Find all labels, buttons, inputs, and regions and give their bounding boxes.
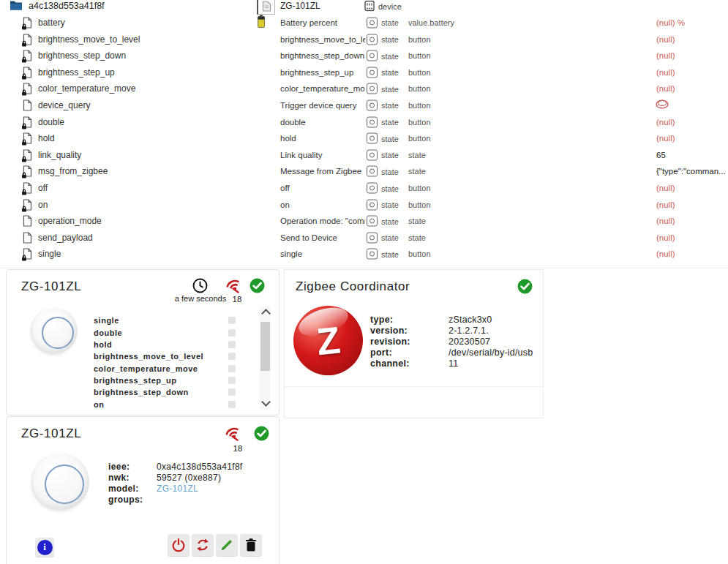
state-type-chip: state [367, 249, 399, 260]
action-row[interactable]: brightness_step_down [94, 386, 236, 398]
scrollbar-thumb[interactable] [260, 322, 270, 371]
power-button[interactable] [168, 534, 189, 556]
state-type-chip: state [367, 17, 399, 28]
action-indicator [228, 329, 236, 336]
lock-icon [21, 23, 27, 30]
state-row[interactable]: Link quality state state 65 [252, 146, 728, 163]
tree-item[interactable]: send_payload [0, 230, 252, 247]
tree-item-label: battery [38, 18, 65, 28]
state-value: (null) [656, 233, 675, 242]
tree-item-label: send_payload [38, 233, 93, 243]
info-label: nwk: [108, 473, 157, 483]
info-row: groups: [108, 494, 243, 505]
tree-item-label: color_temperature_move [38, 83, 135, 94]
state-row[interactable]: single state button (null) [252, 246, 728, 263]
state-row[interactable]: off state button (null) [252, 180, 728, 197]
state-row[interactable]: brightness_step_down state button (null) [252, 48, 728, 64]
reconfigure-button[interactable] [192, 534, 214, 556]
object-tree: a4c138d553a41f8f battery brightness_move… [0, 0, 252, 263]
state-row[interactable]: Operation mode: "comm... state state (nu… [252, 213, 728, 230]
link-quality-value: 18 [226, 295, 248, 304]
state-row[interactable]: double state button (null) [252, 113, 728, 130]
status-ok-icon [249, 278, 265, 296]
lock-icon [21, 40, 27, 47]
state-row[interactable]: hold state button (null) [252, 130, 728, 147]
edit-button[interactable] [216, 534, 238, 556]
tree-item[interactable]: on [0, 196, 252, 213]
state-value: (null) [656, 35, 675, 44]
action-row[interactable]: on [94, 398, 236, 410]
document-icon [23, 248, 32, 260]
device-info-fields: ieee: 0xa4c138d553a41f8f nwk: 59527 (0xe… [108, 462, 243, 505]
state-icon [367, 133, 378, 144]
device-actions-card: ZG-101ZL a few seconds 18 single double [6, 269, 279, 416]
state-role: state [408, 233, 426, 242]
device-type-label: device [378, 1, 402, 10]
tree-item[interactable]: color_temperature_move [0, 80, 252, 97]
info-value: /dev/serial/by-id/usb [449, 347, 533, 358]
tree-item[interactable]: double [0, 113, 252, 130]
state-row[interactable]: brightness_step_up state button (null) [252, 64, 728, 80]
info-button[interactable]: i [35, 538, 54, 557]
action-row[interactable]: hold [94, 339, 236, 350]
action-indicator [228, 353, 236, 360]
tree-item[interactable]: brightness_step_down [0, 48, 252, 64]
state-row[interactable]: Trigger device query state button [252, 97, 728, 114]
info-row: channel: 11 [370, 358, 533, 369]
state-icon [367, 183, 378, 194]
state-icon [367, 116, 378, 127]
state-row[interactable]: Battery percent state value.battery (nul… [252, 15, 728, 31]
tree-item[interactable]: single [0, 246, 252, 263]
state-row[interactable]: brightness_move_to_level state button (n… [252, 31, 728, 48]
table-header-row[interactable]: ZG-101ZL device [252, 0, 728, 15]
tree-item[interactable]: brightness_step_up [0, 64, 252, 80]
info-row: port: /dev/serial/by-id/usb [370, 347, 533, 358]
tree-root-folder[interactable]: a4c138d553a41f8f [0, 0, 252, 15]
button-press-icon[interactable] [655, 98, 669, 112]
state-name: Link quality [280, 151, 365, 159]
state-type-label: state [381, 68, 399, 77]
device-image [33, 454, 89, 510]
tree-item[interactable]: device_query [0, 97, 252, 114]
tree-item[interactable]: battery [0, 15, 252, 31]
state-value: (null) [656, 200, 675, 209]
tree-item-label: brightness_step_down [38, 50, 126, 61]
state-row[interactable]: Send to Device state state (null) [252, 230, 728, 247]
action-list: single double hold brightness_move_to_le… [94, 315, 236, 410]
delete-button[interactable] [240, 534, 262, 556]
link-quality-value: 18 [227, 444, 249, 453]
card-title: Zigbee Coordinator [296, 279, 410, 294]
action-row[interactable]: double [94, 326, 236, 338]
tree-item[interactable]: hold [0, 130, 252, 147]
info-value: zStack3x0 [449, 315, 492, 325]
tree-item[interactable]: link_quality [0, 146, 252, 163]
tree-item-label: brightness_move_to_level [38, 34, 140, 45]
action-label: color_temperature_move [94, 364, 198, 373]
action-row[interactable]: color_temperature_move [94, 362, 236, 374]
card-title: ZG-101ZL [21, 426, 81, 441]
state-type-chip: state [367, 232, 399, 243]
state-name: double [280, 118, 365, 127]
tree-item[interactable]: brightness_move_to_level [0, 31, 252, 48]
info-label: port: [370, 347, 449, 358]
state-role: button [408, 134, 431, 143]
state-row[interactable]: color_temperature_move state button (nul… [252, 80, 728, 97]
info-label: channel: [370, 358, 449, 369]
state-value: 65 [656, 151, 666, 159]
info-row: model: ZG-101ZL [108, 484, 243, 495]
action-row[interactable]: single [94, 315, 236, 326]
tree-item[interactable]: operation_mode [0, 213, 252, 230]
state-type-chip: state [367, 166, 399, 177]
state-row[interactable]: Message from Zigbee state state {"type":… [252, 163, 728, 180]
state-type-chip: state [367, 50, 399, 61]
action-row[interactable]: brightness_step_up [94, 375, 236, 386]
coordinator-card: Zigbee Coordinator Z type: zStack3x0 ver… [284, 269, 544, 418]
scroll-up-icon[interactable] [261, 309, 271, 318]
state-row[interactable]: on state button (null) [252, 196, 728, 213]
action-row[interactable]: brightness_move_to_level [94, 350, 236, 362]
tree-item-label: msg_from_zigbee [38, 166, 108, 176]
tree-item[interactable]: msg_from_zigbee [0, 163, 252, 180]
scroll-down-icon[interactable] [261, 397, 271, 407]
tree-item[interactable]: off [0, 180, 252, 197]
action-scrollbar[interactable] [260, 307, 271, 409]
